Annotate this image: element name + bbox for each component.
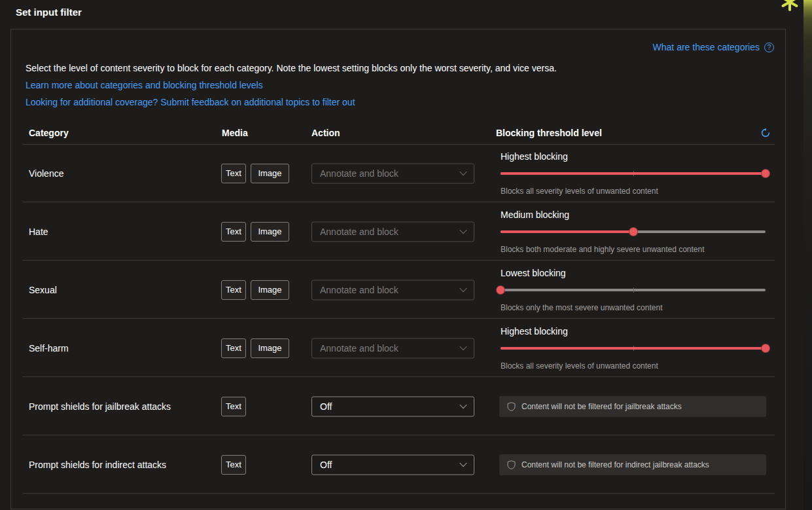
media-image-button[interactable]: Image [251,280,289,300]
action-dropdown[interactable]: Annotate and block [311,338,474,358]
threshold-cell: Lowest blocking Blocks only the most sev… [499,261,769,319]
action-dropdown[interactable]: Annotate and block [311,221,474,242]
action-dropdown[interactable]: Off [311,396,474,416]
media-image-button[interactable]: Image [251,164,289,183]
severity-slider[interactable] [501,227,766,237]
threshold-caption: Blocks all severity levels of unwanted c… [501,187,658,196]
media-text-button[interactable]: Text [221,164,246,183]
chevron-down-icon [459,227,467,234]
shield-status-box: Content will not be filtered for jailbre… [499,396,766,417]
category-label: Violence [29,168,63,179]
header-category: Category [29,128,69,138]
threshold-level-label: Lowest blocking [501,268,566,278]
table-header: Category Media Action Blocking threshold… [11,128,785,141]
severity-slider[interactable] [501,285,766,295]
table-row-self-harm: Self-harm Text Image Annotate and block … [11,319,785,377]
severity-slider[interactable] [501,343,766,354]
shield-icon [507,460,516,469]
shield-icon [507,402,516,411]
media-text-button[interactable]: Text [221,455,246,475]
slider-thumb[interactable] [761,169,770,178]
threshold-cell: Medium blocking Blocks both moderate and… [499,202,769,261]
slider-thumb[interactable] [496,285,505,295]
category-label: Prompt shields for indirect attacks [29,460,166,470]
page-title: Set input filter [16,7,82,18]
action-dropdown-value: Annotate and block [320,343,398,354]
table-row-hate: Hate Text Image Annotate and block Mediu… [11,202,785,261]
threshold-caption: Blocks only the most severe unwanted con… [501,303,662,312]
reset-thresholds-button[interactable] [760,127,771,141]
threshold-cell: Highest blocking Blocks all severity lev… [499,144,769,202]
action-dropdown-value: Annotate and block [320,285,398,295]
learn-more-link[interactable]: Learn more about categories and blocking… [26,80,263,90]
media-image-button[interactable]: Image [251,222,289,242]
media-text-button[interactable]: Text [221,338,246,358]
categories-help-link-label: What are these categories [653,42,760,52]
slider-fill [501,230,633,233]
slider-thumb[interactable] [761,344,770,353]
action-dropdown-value: Off [320,401,332,412]
filter-table: Violence Text Image Annotate and block H… [11,144,785,494]
category-label: Sexual [29,285,57,295]
action-dropdown[interactable]: Annotate and block [311,280,474,300]
chevron-down-icon [459,343,467,350]
action-dropdown-value: Annotate and block [320,227,398,237]
threshold-cell: Highest blocking Blocks all severity lev… [499,319,769,377]
table-row-jailbreak-shield: Prompt shields for jailbreak attacks Tex… [11,377,785,435]
category-label: Hate [29,227,48,237]
shield-status-text: Content will not be filtered for jailbre… [521,402,682,411]
shield-status-box: Content will not be filtered for indirec… [499,454,766,475]
header-action: Action [311,128,340,138]
media-text-button[interactable]: Text [221,397,246,416]
severity-slider[interactable] [501,168,766,179]
threshold-caption: Blocks all severity levels of unwanted c… [501,361,658,371]
feedback-link[interactable]: Looking for additional coverage? Submit … [26,97,355,107]
threshold-level-label: Highest blocking [501,151,568,162]
action-dropdown[interactable]: Annotate and block [311,163,474,183]
table-row-indirect-shield: Prompt shields for indirect attacks Text… [11,435,785,494]
category-label: Prompt shields for jailbreak attacks [29,401,171,412]
shield-status-text: Content will not be filtered for indirec… [521,460,709,469]
action-dropdown-value: Annotate and block [320,168,398,179]
chevron-down-icon [459,460,467,467]
sparkle-asterisk-icon [780,0,800,11]
chevron-down-icon [459,401,467,409]
table-row-violence: Violence Text Image Annotate and block H… [11,144,785,202]
table-row-sexual: Sexual Text Image Annotate and block Low… [11,261,785,319]
chevron-down-icon [459,168,467,175]
threshold-caption: Blocks both moderate and highly severe u… [501,245,705,254]
description-text: Select the level of content severity to … [26,63,557,73]
input-filter-panel: What are these categories ? Select the l… [10,29,786,509]
media-text-button[interactable]: Text [221,222,246,242]
slider-fill [501,172,766,175]
reset-icon [761,128,770,137]
action-dropdown-value: Off [320,460,332,470]
threshold-level-label: Highest blocking [501,326,568,337]
slider-fill [501,347,766,350]
chevron-down-icon [459,285,467,292]
background-strip [803,0,812,510]
media-text-button[interactable]: Text [221,280,246,300]
slider-tick [633,287,634,293]
action-dropdown[interactable]: Off [311,454,474,475]
help-question-icon[interactable]: ? [764,43,774,52]
media-image-button[interactable]: Image [251,338,289,358]
categories-help-link[interactable]: What are these categories ? [653,42,774,52]
header-threshold: Blocking threshold level [496,128,602,138]
slider-thumb[interactable] [629,227,638,236]
header-media: Media [222,128,248,138]
category-label: Self-harm [29,343,69,354]
threshold-level-label: Medium blocking [501,209,569,220]
